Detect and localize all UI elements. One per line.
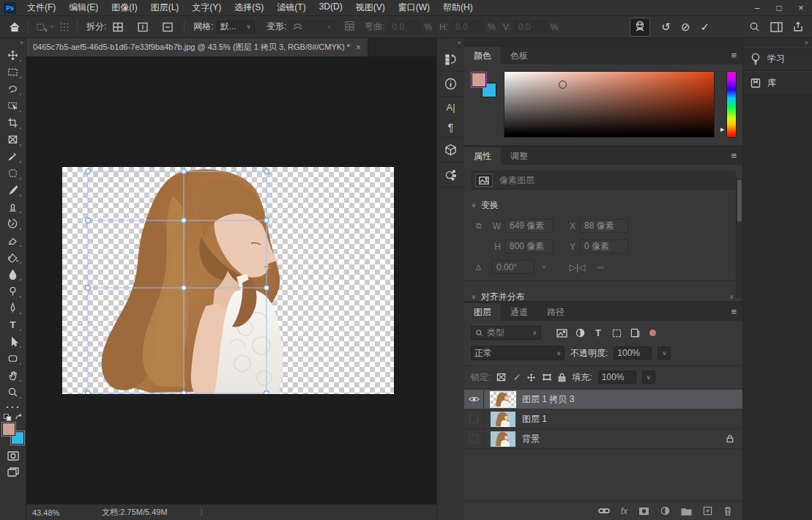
- zoom-level[interactable]: 43.48%: [32, 508, 59, 517]
- dodge-tool[interactable]: [3, 283, 23, 300]
- rail-collapse-icon[interactable]: «: [743, 38, 812, 47]
- tab-paths[interactable]: 路径: [537, 303, 574, 321]
- frame-tool[interactable]: [3, 131, 23, 148]
- color-picker-field[interactable]: [504, 71, 715, 138]
- edit-toolbar-button[interactable]: • • •: [7, 404, 20, 410]
- canvas-pasteboard[interactable]: [26, 56, 436, 504]
- warp-mode-toggle[interactable]: [630, 18, 650, 37]
- fill-field[interactable]: 100%: [598, 371, 636, 384]
- opacity-dropdown[interactable]: ∨: [658, 346, 671, 360]
- bend-field[interactable]: 0.0: [387, 21, 421, 34]
- y-field[interactable]: 0 像素: [580, 239, 628, 253]
- width-field[interactable]: 649 像素: [505, 219, 554, 233]
- menu-help[interactable]: 帮助(H): [436, 1, 480, 14]
- delete-layer-icon[interactable]: [723, 506, 732, 516]
- layer-name[interactable]: 图层 1: [522, 413, 547, 426]
- default-swap-colors[interactable]: [4, 414, 23, 421]
- link-dimensions-icon[interactable]: ⧉: [476, 221, 488, 231]
- new-group-icon[interactable]: [681, 507, 692, 516]
- menu-edit[interactable]: 编辑(E): [62, 1, 105, 14]
- grid-select[interactable]: 默... ∨: [217, 21, 255, 34]
- panel-menu-icon[interactable]: ≡: [731, 150, 737, 161]
- link-layers-icon[interactable]: [598, 508, 610, 514]
- layer-thumbnail[interactable]: [491, 392, 515, 407]
- tool-preset-button[interactable]: ▾: [33, 21, 56, 34]
- spot-healing-tool[interactable]: [3, 165, 23, 182]
- flip-vertical-icon[interactable]: ⎓: [597, 262, 604, 272]
- transform-section-header[interactable]: ∨ 变换: [472, 199, 735, 212]
- clone-stamp-tool[interactable]: [3, 198, 23, 215]
- canvas[interactable]: [62, 167, 394, 394]
- path-selection-tool[interactable]: [3, 333, 23, 350]
- add-mask-icon[interactable]: [638, 507, 649, 516]
- visibility-toggle[interactable]: [464, 390, 484, 409]
- split-horizontal-button[interactable]: [159, 20, 176, 34]
- fill-dropdown[interactable]: ∨: [642, 371, 655, 384]
- gradient-tool[interactable]: [3, 249, 23, 266]
- tab-color[interactable]: 颜色: [464, 47, 501, 64]
- tab-channels[interactable]: 通道: [501, 303, 537, 321]
- panel-menu-icon[interactable]: ≡: [731, 306, 737, 317]
- lock-pixels-icon[interactable]: [512, 373, 521, 382]
- marquee-tool[interactable]: [3, 64, 23, 81]
- v-field[interactable]: 0.0: [514, 21, 548, 34]
- history-panel-button[interactable]: [437, 47, 465, 72]
- foreground-color-swatch[interactable]: [2, 423, 15, 436]
- crop-tool[interactable]: [3, 114, 23, 131]
- foreground-color-swatch[interactable]: [472, 73, 486, 87]
- search-icon[interactable]: [749, 21, 760, 32]
- filter-type-layers-icon[interactable]: T: [592, 328, 605, 338]
- angle-field[interactable]: 0.00°: [492, 260, 534, 274]
- height-field[interactable]: 800 像素: [505, 239, 554, 253]
- layer-thumbnail[interactable]: [491, 431, 515, 447]
- menu-image[interactable]: 图像(I): [105, 1, 144, 14]
- workspace-switcher-icon[interactable]: [770, 22, 783, 32]
- type-tool[interactable]: T: [3, 316, 23, 333]
- h-field[interactable]: 0.0: [451, 21, 485, 34]
- filter-pixel-layers-icon[interactable]: [555, 329, 568, 338]
- zoom-tool[interactable]: [3, 384, 23, 401]
- lasso-tool[interactable]: [3, 81, 23, 97]
- menu-select[interactable]: 选择(S): [228, 1, 270, 14]
- filter-adjustment-layers-icon[interactable]: [573, 328, 586, 338]
- menu-layer[interactable]: 图层(L): [144, 1, 186, 14]
- quick-mask-button[interactable]: [3, 447, 23, 464]
- layer-thumbnail[interactable]: [491, 412, 515, 427]
- lock-all-icon[interactable]: [558, 373, 566, 382]
- menu-view[interactable]: 视图(V): [349, 1, 392, 14]
- menu-file[interactable]: 文件(F): [21, 1, 62, 14]
- minimize-button[interactable]: –: [746, 3, 768, 13]
- node-graph-panel-button[interactable]: [437, 163, 465, 187]
- visibility-toggle[interactable]: [464, 409, 484, 428]
- document-tab-close-icon[interactable]: ×: [356, 42, 361, 53]
- x-field[interactable]: 88 像素: [580, 219, 628, 233]
- learn-panel-button[interactable]: 学习: [743, 47, 812, 71]
- layer-filter-toggle[interactable]: [649, 330, 656, 336]
- visibility-toggle[interactable]: [464, 429, 484, 448]
- cancel-transform-button[interactable]: ⊘: [676, 21, 696, 34]
- flip-horizontal-icon[interactable]: ▷|◁: [570, 262, 586, 272]
- pen-tool[interactable]: [3, 300, 23, 316]
- status-chevron-icon[interactable]: 〉: [200, 507, 208, 518]
- tab-layers[interactable]: 图层: [464, 303, 501, 321]
- home-button[interactable]: [6, 20, 23, 34]
- layer-name[interactable]: 图层 1 拷贝 3: [522, 393, 574, 406]
- layer-style-icon[interactable]: fx: [621, 506, 627, 516]
- shape-tool[interactable]: [3, 350, 23, 367]
- split-crosswise-button[interactable]: [109, 20, 127, 34]
- menu-filter[interactable]: 滤镜(T): [270, 1, 312, 14]
- menu-window[interactable]: 窗口(W): [392, 1, 436, 14]
- tab-swatches[interactable]: 色板: [501, 47, 537, 64]
- properties-scrollbar[interactable]: [736, 178, 742, 298]
- warp-style-select[interactable]: ∨: [289, 21, 335, 34]
- lock-position-icon[interactable]: [526, 373, 536, 382]
- warp-orientation-button[interactable]: [340, 20, 359, 34]
- hue-slider-marker[interactable]: ▶: [720, 127, 724, 133]
- warp-transform-grid[interactable]: [62, 167, 394, 394]
- menu-type[interactable]: 文字(Y): [185, 1, 228, 14]
- commit-transform-button[interactable]: ✓: [695, 21, 715, 34]
- libraries-panel-button[interactable]: 库: [743, 71, 812, 95]
- maximize-button[interactable]: □: [768, 3, 790, 13]
- toolbar-expand-icon[interactable]: »: [0, 38, 26, 47]
- lock-artboard-icon[interactable]: [542, 373, 552, 382]
